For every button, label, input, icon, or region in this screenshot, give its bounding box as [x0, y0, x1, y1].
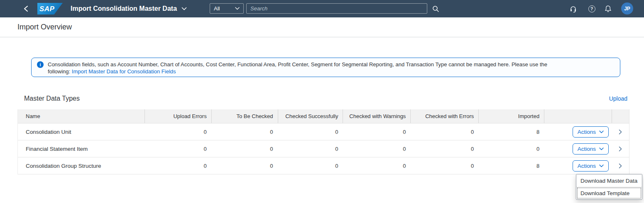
cell-actions: Actions [544, 123, 612, 140]
search-scope-select[interactable]: All [210, 3, 244, 14]
chevron-down-icon [181, 7, 187, 10]
cell-navigation [612, 140, 629, 157]
menu-item-download-template[interactable]: Download Template [576, 187, 642, 199]
upload-link[interactable]: Upload [609, 95, 627, 102]
message-strip: i Consolidation fields, such as Account … [31, 58, 620, 77]
column-header-upload-errors: Upload Errors [144, 109, 211, 123]
cell-name: Consolidation Unit [18, 123, 144, 140]
cell-checked-with-errors: 0 [410, 140, 478, 157]
cell-actions: Actions [544, 157, 612, 174]
message-line-2-prefix: following: [48, 68, 72, 75]
chevron-down-icon [599, 164, 604, 167]
notifications-button[interactable] [600, 0, 615, 17]
row-navigation-chevron[interactable] [614, 143, 627, 155]
chevron-down-icon [599, 147, 604, 150]
search-scope-value: All [214, 5, 220, 12]
table-row-consolidation-group-structure: Consolidation Group Structure 0 0 0 0 0 … [18, 157, 629, 174]
column-header-name: Name [18, 109, 144, 123]
column-header-checked-with-warnings: Checked with Warnings [343, 109, 410, 123]
app-screen: SAP Import Consolidation Master Data All [0, 0, 644, 203]
consolidation-fields-link[interactable]: Import Master Data for Consolidation Fie… [72, 68, 176, 75]
search-button[interactable] [431, 4, 441, 14]
avatar[interactable]: JP [621, 2, 633, 15]
cell-imported: 8 [478, 123, 544, 140]
shell-bar: SAP Import Consolidation Master Data All [0, 0, 644, 17]
chevron-down-icon [235, 7, 240, 10]
info-icon: i [37, 61, 44, 68]
bell-icon [604, 5, 612, 13]
cell-checked-with-errors: 0 [410, 123, 478, 140]
column-header-checked-with-errors: Checked with Errors [410, 109, 478, 123]
page-title: Import Overview [17, 23, 72, 31]
cell-to-be-checked: 0 [211, 123, 278, 140]
sap-logo-text: SAP [37, 5, 54, 12]
column-header-actions-empty [544, 109, 612, 123]
message-strip-text: Consolidation fields, such as Account Nu… [48, 61, 547, 75]
column-header-navigation-empty [612, 109, 629, 123]
cell-checked-successfully: 0 [278, 140, 343, 157]
actions-button[interactable]: Actions [573, 126, 609, 138]
app-title-menu[interactable]: Import Consolidation Master Data [71, 0, 187, 17]
section-title: Master Data Types [24, 95, 80, 102]
cell-to-be-checked: 0 [211, 157, 278, 174]
app-title: Import Consolidation Master Data [71, 5, 177, 12]
search-input[interactable] [246, 3, 427, 14]
page-header: Import Overview [0, 17, 644, 37]
headset-icon [569, 5, 577, 13]
column-header-to-be-checked: To Be Checked [211, 109, 278, 123]
column-header-checked-successfully: Checked Successfully [278, 109, 343, 123]
cell-upload-errors: 0 [144, 140, 211, 157]
sap-logo[interactable]: SAP [37, 3, 63, 15]
actions-button-open[interactable]: Actions [573, 160, 609, 172]
cell-checked-successfully: 0 [278, 123, 343, 140]
menu-item-download-master-data[interactable]: Download Master Data [576, 174, 642, 187]
row-navigation-chevron[interactable] [614, 160, 627, 172]
cell-navigation [612, 157, 629, 174]
message-line-2: following: Import Master Data for Consol… [48, 68, 547, 75]
section-header: Master Data Types Upload [24, 95, 627, 102]
actions-button-label: Actions [578, 146, 596, 152]
cell-name: Financial Statement Item [18, 140, 144, 157]
cell-navigation [612, 123, 629, 140]
cell-name: Consolidation Group Structure [18, 157, 144, 174]
magnifier-icon [432, 5, 439, 12]
actions-button-label: Actions [578, 129, 596, 135]
table-header-row: Name Upload Errors To Be Checked Checked… [18, 109, 629, 123]
table-row-financial-statement-item: Financial Statement Item 0 0 0 0 0 0 Act… [18, 140, 629, 157]
cell-checked-with-errors: 0 [410, 157, 478, 174]
cell-imported: 0 [478, 140, 544, 157]
cell-actions: Actions [544, 140, 612, 157]
support-button[interactable] [566, 0, 580, 17]
master-data-types-table: Name Upload Errors To Be Checked Checked… [17, 109, 629, 174]
message-line-1: Consolidation fields, such as Account Nu… [48, 61, 547, 68]
cell-imported: 8 [478, 157, 544, 174]
actions-button[interactable]: Actions [573, 143, 609, 155]
actions-menu: Download Master Data Download Template [576, 174, 642, 200]
row-navigation-chevron[interactable] [614, 126, 627, 138]
table-row-consolidation-unit: Consolidation Unit 0 0 0 0 0 8 Actions [18, 123, 629, 140]
back-button[interactable] [21, 0, 31, 17]
cell-checked-successfully: 0 [278, 157, 343, 174]
cell-upload-errors: 0 [144, 123, 211, 140]
chevron-down-icon [599, 130, 604, 133]
chevron-left-icon [23, 5, 29, 12]
cell-checked-with-warnings: 0 [343, 157, 410, 174]
cell-checked-with-warnings: 0 [343, 123, 410, 140]
help-button[interactable]: ? [584, 0, 599, 17]
avatar-initials: JP [624, 6, 630, 12]
column-header-imported: Imported [478, 109, 544, 123]
cell-to-be-checked: 0 [211, 140, 278, 157]
cell-upload-errors: 0 [144, 157, 211, 174]
cell-checked-with-warnings: 0 [343, 140, 410, 157]
question-circle-icon: ? [588, 5, 595, 12]
actions-button-label: Actions [578, 163, 596, 169]
